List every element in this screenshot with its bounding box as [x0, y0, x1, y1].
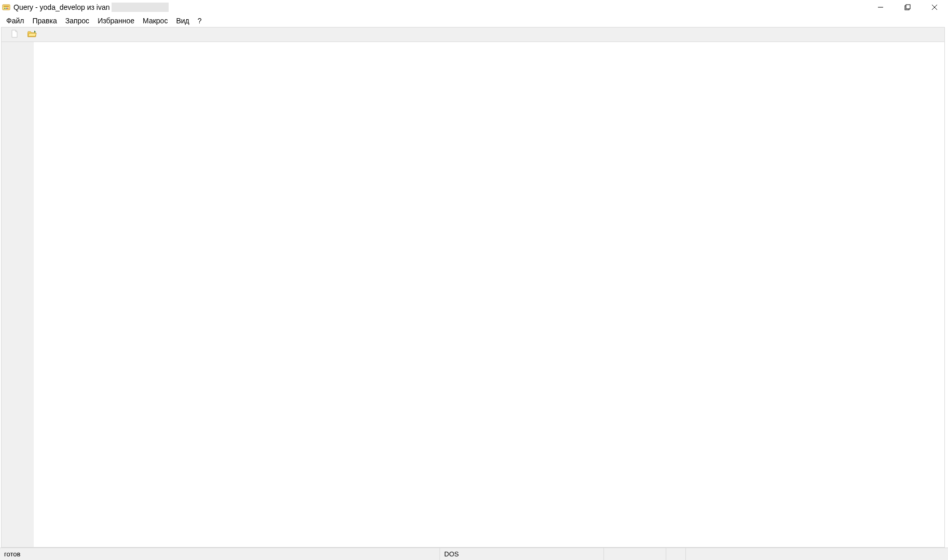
menu-query[interactable]: Запрос — [61, 16, 93, 26]
svg-point-2 — [4, 8, 5, 9]
app-icon — [2, 3, 10, 11]
menu-favorites[interactable]: Избранное — [93, 16, 139, 26]
menubar: Файл Правка Запрос Избранное Макрос Вид … — [0, 15, 948, 27]
svg-rect-0 — [3, 5, 10, 10]
title-redacted — [112, 3, 169, 12]
menu-view[interactable]: Вид — [172, 16, 193, 26]
status-slot-2 — [604, 548, 666, 560]
titlebar: Query - yoda_develop из ivan — [0, 0, 948, 15]
window-title: Query - yoda_develop из ivan — [13, 3, 109, 11]
open-folder-button[interactable] — [26, 29, 38, 40]
status-encoding: DOS — [440, 548, 604, 560]
status-slot-end — [686, 548, 948, 560]
menu-edit[interactable]: Правка — [28, 16, 61, 26]
status-slot-3 — [666, 548, 686, 560]
menu-help[interactable]: ? — [194, 16, 206, 26]
close-button[interactable] — [921, 0, 948, 15]
toolbar — [2, 27, 944, 42]
status-ready: готов — [0, 548, 440, 560]
open-folder-icon — [28, 30, 37, 39]
menu-macro[interactable]: Макрос — [139, 16, 172, 26]
new-file-icon — [10, 30, 19, 39]
editor-area[interactable] — [34, 42, 944, 547]
menu-file[interactable]: Файл — [2, 16, 28, 26]
workarea — [2, 42, 944, 547]
editor-gutter — [2, 42, 34, 547]
maximize-button[interactable] — [894, 0, 921, 15]
svg-rect-1 — [4, 6, 9, 7]
svg-point-3 — [6, 8, 7, 9]
svg-rect-7 — [906, 5, 910, 9]
statusbar: готов DOS — [0, 548, 948, 560]
new-file-button[interactable] — [9, 29, 20, 40]
minimize-button[interactable] — [867, 0, 894, 15]
svg-point-4 — [7, 8, 8, 9]
